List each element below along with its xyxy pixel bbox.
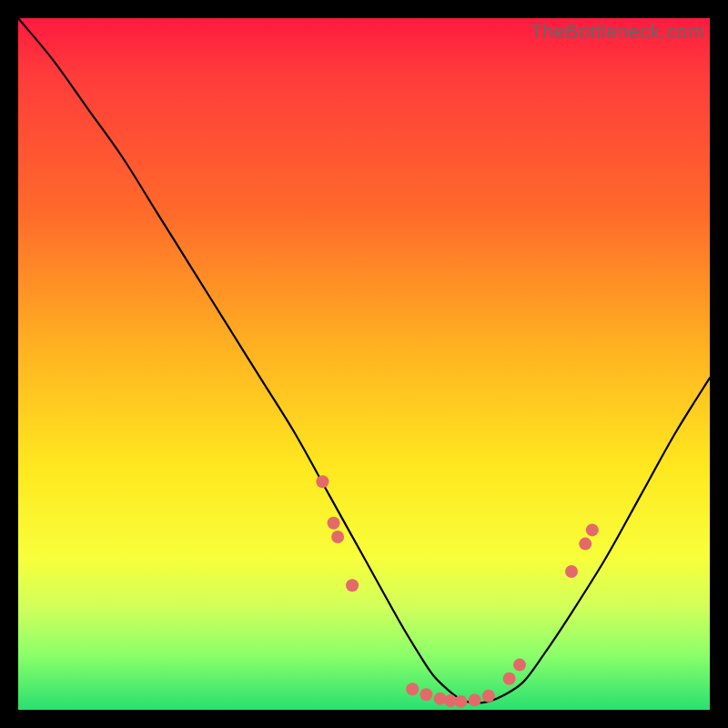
curve-marker [406,682,419,695]
curve-markers [316,475,598,708]
curve-marker [586,523,599,536]
curve-marker [565,565,578,578]
curve-marker [503,672,516,685]
chart-frame: TheBottleneck.com [0,0,728,728]
curve-marker [328,517,340,530]
curve-marker [454,695,467,708]
curve-marker [513,659,526,672]
curve-marker [346,579,359,592]
bottleneck-curve [18,18,710,703]
curve-marker [482,690,495,703]
curve-marker [469,693,481,706]
curve-marker [331,531,344,543]
curve-marker [579,538,592,551]
curve-marker [420,688,432,701]
plot-area: TheBottleneck.com [18,18,710,710]
bottleneck-curve-svg [18,18,710,710]
curve-marker [316,475,329,488]
